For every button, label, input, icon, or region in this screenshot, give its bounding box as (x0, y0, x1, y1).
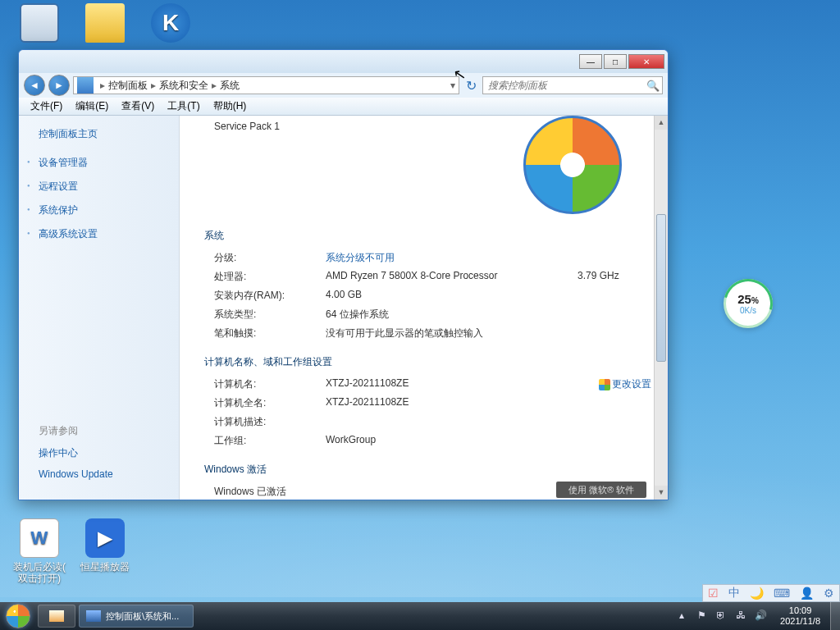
kugou-icon: K (151, 3, 190, 43)
value-cfull: XTZJ-20211108ZE (326, 396, 651, 410)
clock-time: 10:09 (780, 605, 820, 616)
address-bar: ◄ ► ▸ 控制面板 ▸ 系统和安全 ▸ 系统 ▾ ↻ 🔍 (19, 73, 668, 98)
control-panel-icon (86, 610, 101, 622)
play-icon: ▶ (85, 518, 125, 558)
breadcrumb-seg[interactable]: 控制面板 (108, 79, 148, 93)
taskbar: 控制面板\系统和... ▴ ⚑ ⛨ 🖧 🔊 10:09 2021/11/8 (0, 602, 840, 630)
desktop-icon-computer[interactable] (8, 3, 71, 46)
shield-icon (599, 379, 610, 390)
icon-label: 恒星播放器 (74, 561, 136, 573)
person-icon[interactable]: 👤 (800, 587, 814, 600)
back-button[interactable]: ◄ (24, 75, 45, 96)
control-panel-home-link[interactable]: 控制面板主页 (39, 127, 179, 141)
menu-bar: 文件(F) 编辑(E) 查看(V) 工具(T) 帮助(H) (19, 98, 668, 116)
maximize-button[interactable]: □ (604, 54, 627, 69)
link-windows-update[interactable]: Windows Update (39, 468, 179, 480)
document-icon (20, 518, 59, 558)
search-box[interactable]: 🔍 (482, 76, 663, 94)
label-pen: 笔和触摸: (214, 326, 326, 340)
value-ram: 4.00 GB (326, 289, 651, 303)
folder-icon (85, 3, 125, 43)
refresh-button[interactable]: ↻ (463, 78, 479, 94)
value-workgroup: WorkGroup (326, 434, 651, 448)
ime-toolbar[interactable]: ☑ 中 🌙 ⌨ 👤 ⚙ (702, 584, 840, 602)
desktop: K 装机后必读( 双击打开) ▶恒星播放器 — □ ✕ ◄ ► ▸ 控制面板 ▸… (0, 0, 840, 630)
label-workgroup: 工作组: (214, 434, 326, 448)
search-icon[interactable]: 🔍 (644, 80, 662, 92)
desktop-icon-readme[interactable]: 装机后必读( 双击打开) (8, 518, 71, 584)
value-cname: XTZJ-20211108ZE (326, 377, 599, 391)
desktop-icon-kugou[interactable]: K (139, 3, 202, 46)
breadcrumb-seg[interactable]: 系统 (220, 79, 240, 93)
section-activation: Windows 激活 (204, 463, 651, 477)
tray-shield-icon[interactable]: ⛨ (714, 609, 728, 623)
breadcrumb-seg[interactable]: 系统和安全 (159, 79, 208, 93)
link-rating-unavailable[interactable]: 系统分级不可用 (326, 251, 651, 265)
menu-tools[interactable]: 工具(T) (161, 99, 206, 113)
close-button[interactable]: ✕ (628, 54, 664, 69)
label-cfull: 计算机全名: (214, 396, 326, 410)
checkbox-icon[interactable]: ☑ (708, 587, 719, 600)
tray-network-icon[interactable]: 🖧 (734, 609, 747, 623)
content-pane: Service Pack 1 系统 分级:系统分级不可用 处理器:AMD Ryz… (180, 116, 668, 500)
computer-icon (20, 3, 59, 43)
ime-lang[interactable]: 中 (728, 586, 740, 600)
label-systype: 系统类型: (214, 308, 326, 322)
show-desktop-button[interactable] (830, 602, 840, 630)
titlebar[interactable]: — □ ✕ (19, 50, 668, 73)
menu-file[interactable]: 文件(F) (24, 99, 69, 113)
windows-logo-icon (523, 116, 622, 214)
icon-label: 装机后必读( 双击打开) (8, 561, 71, 584)
menu-help[interactable]: 帮助(H) (207, 99, 253, 113)
value-cdesc (326, 415, 651, 429)
forward-button[interactable]: ► (48, 75, 70, 96)
desktop-icon-player[interactable]: ▶恒星播放器 (74, 518, 136, 573)
label-rating: 分级: (214, 251, 326, 265)
breadcrumb[interactable]: ▸ 控制面板 ▸ 系统和安全 ▸ 系统 ▾ (73, 76, 459, 94)
system-properties-window: — □ ✕ ◄ ► ▸ 控制面板 ▸ 系统和安全 ▸ 系统 ▾ ↻ 🔍 (18, 49, 669, 500)
taskbar-explorer[interactable] (38, 605, 75, 628)
label-ram: 安装内存(RAM): (214, 289, 326, 303)
tray-chevron-up-icon[interactable]: ▴ (675, 609, 688, 623)
value-processor-speed: 3.79 GHz (578, 270, 651, 284)
menu-edit[interactable]: 编辑(E) (69, 99, 115, 113)
value-processor: AMD Ryzen 7 5800X 8-Core Processor (326, 270, 578, 284)
value-systype: 64 位操作系统 (326, 308, 651, 322)
moon-icon[interactable]: 🌙 (750, 587, 764, 600)
sidebar-item-advanced[interactable]: 高级系统设置 (39, 227, 179, 241)
window-body: 控制面板主页 设备管理器 远程设置 系统保护 高级系统设置 另请参阅 操作中心 … (19, 116, 668, 500)
clock-date: 2021/11/8 (780, 616, 820, 627)
sidebar: 控制面板主页 设备管理器 远程设置 系统保护 高级系统设置 另请参阅 操作中心 … (19, 116, 180, 500)
search-input[interactable] (483, 80, 644, 91)
system-tray: ▴ ⚑ ⛨ 🖧 🔊 10:09 2021/11/8 (672, 605, 830, 627)
section-system: 系统 (204, 229, 651, 243)
explorer-icon (49, 610, 64, 622)
tray-volume-icon[interactable]: 🔊 (754, 609, 767, 623)
desktop-icon-folder[interactable] (74, 3, 136, 46)
start-button[interactable] (0, 602, 36, 630)
sidebar-item-remote[interactable]: 远程设置 (39, 180, 179, 194)
see-also-heading: 另请参阅 (39, 424, 179, 438)
link-action-center[interactable]: 操作中心 (39, 446, 179, 460)
scroll-thumb[interactable] (656, 214, 666, 362)
value-activated: Windows 已激活 (214, 485, 286, 499)
value-pen: 没有可用于此显示器的笔或触控输入 (326, 326, 651, 340)
start-orb-icon (6, 604, 30, 628)
control-panel-icon (77, 77, 94, 94)
scrollbar[interactable]: ▲ ▼ (654, 116, 668, 500)
sidebar-item-protection[interactable]: 系统保护 (39, 203, 179, 217)
sidebar-item-device-manager[interactable]: 设备管理器 (39, 156, 179, 170)
link-change-settings[interactable]: 更改设置 (599, 377, 651, 391)
performance-widget[interactable]: 25% 0K/s (724, 279, 773, 328)
keyboard-icon[interactable]: ⌨ (774, 587, 790, 600)
menu-view[interactable]: 查看(V) (115, 99, 161, 113)
taskbar-app-control-panel[interactable]: 控制面板\系统和... (79, 605, 194, 628)
taskbar-app-label: 控制面板\系统和... (106, 610, 179, 623)
label-cname: 计算机名: (214, 377, 326, 391)
taskbar-clock[interactable]: 10:09 2021/11/8 (774, 605, 827, 627)
minimize-button[interactable]: — (579, 54, 602, 69)
tray-flag-icon[interactable]: ⚑ (695, 609, 708, 623)
scroll-up-button[interactable]: ▲ (655, 116, 668, 130)
scroll-down-button[interactable]: ▼ (655, 486, 668, 500)
gear-icon[interactable]: ⚙ (824, 587, 834, 600)
